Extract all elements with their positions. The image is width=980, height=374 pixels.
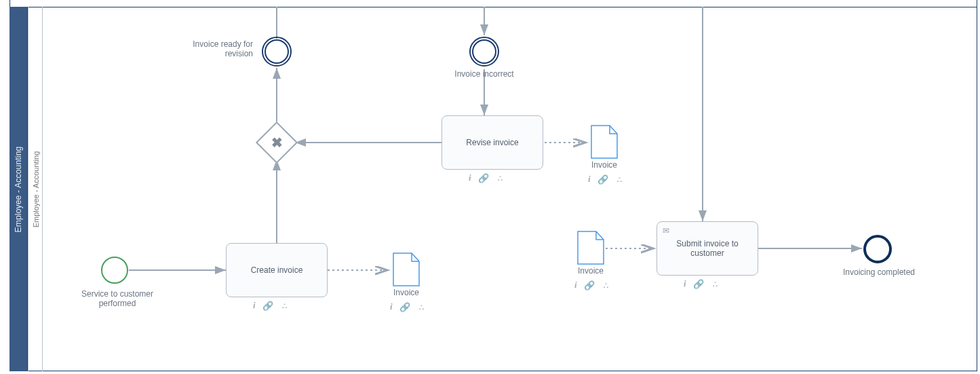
data-object-invoice-3[interactable]: Invoice [577, 231, 604, 276]
task-revise-icons: i 🔗 ⛬ [469, 172, 505, 183]
org-icon[interactable]: ⛬ [711, 279, 720, 289]
attachment-icon[interactable]: 🔗 [262, 301, 273, 311]
end-event[interactable] [863, 235, 892, 263]
end-event-label: Invoicing completed [835, 267, 923, 277]
start-event[interactable] [101, 257, 128, 284]
event-inner-ring [472, 39, 496, 64]
attachment-icon[interactable]: 🔗 [399, 302, 410, 312]
event-ready-label: Invoice ready for revision [178, 39, 253, 58]
diagram-viewport[interactable]: Employee - Accounting Employee - Account… [0, 0, 980, 374]
info-icon[interactable]: i [684, 278, 686, 289]
event-ready-for-revision[interactable] [262, 37, 292, 67]
attachment-icon[interactable]: 🔗 [478, 173, 489, 183]
end-event-circle [863, 235, 892, 263]
data-object-1-icons: i 🔗 ⛬ [390, 301, 426, 312]
task-submit-icons: i 🔗 ⛬ [684, 278, 720, 289]
info-icon[interactable]: i [588, 174, 591, 185]
task-submit-invoice[interactable]: ✉ Submit invoice to customer [656, 221, 758, 276]
info-icon[interactable]: i [390, 301, 393, 312]
gateway-x-icon: ✖ [262, 128, 292, 157]
info-icon[interactable]: i [253, 300, 256, 311]
attachment-icon[interactable]: 🔗 [597, 174, 608, 185]
task-submit-invoice-label: Submit invoice to customer [661, 239, 753, 258]
envelope-icon: ✉ [663, 226, 669, 236]
data-object-invoice-3-label: Invoice [577, 266, 604, 276]
event-inner-ring [264, 39, 289, 64]
event-invoice-incorrect[interactable] [469, 37, 499, 67]
info-icon[interactable]: i [469, 172, 471, 183]
data-object-invoice-2[interactable]: Invoice [591, 125, 618, 170]
org-icon[interactable]: ⛬ [496, 173, 505, 183]
data-object-invoice-2-label: Invoice [591, 160, 618, 170]
attachment-icon[interactable]: 🔗 [584, 280, 595, 291]
data-object-invoice-1-label: Invoice [393, 288, 420, 297]
org-icon[interactable]: ⛬ [280, 301, 289, 311]
org-icon[interactable]: ⛬ [417, 302, 426, 312]
data-object-3-icons: i 🔗 ⛬ [574, 280, 610, 291]
task-revise-invoice[interactable]: Revise invoice [442, 115, 543, 170]
exclusive-gateway[interactable]: ✖ [262, 128, 292, 157]
edges-layer [43, 7, 977, 371]
start-event-circle [101, 257, 128, 284]
start-event-label: Service to customer performed [63, 289, 172, 308]
task-create-invoice-label: Create invoice [251, 265, 303, 275]
data-object-2-icons: i 🔗 ⛬ [588, 174, 624, 185]
task-create-invoice[interactable]: Create invoice [226, 243, 328, 297]
org-icon[interactable]: ⛬ [602, 280, 610, 291]
attachment-icon[interactable]: 🔗 [693, 279, 704, 289]
diagram-canvas[interactable]: Service to customer performed Create inv… [43, 7, 977, 371]
pool-label-text: Employee - Accounting [14, 146, 23, 232]
org-icon[interactable]: ⛬ [615, 174, 624, 185]
data-object-invoice-1[interactable]: Invoice [393, 253, 420, 297]
lane-label-text: Employee - Accounting [32, 151, 40, 227]
task-revise-invoice-label: Revise invoice [466, 138, 518, 147]
lane-label[interactable]: Employee - Accounting [28, 7, 43, 371]
info-icon[interactable]: i [574, 280, 577, 291]
task-create-icons: i 🔗 ⛬ [253, 300, 289, 311]
event-incorrect-label: Invoice incorrect [447, 69, 522, 79]
pool-label[interactable]: Employee - Accounting [9, 7, 28, 371]
